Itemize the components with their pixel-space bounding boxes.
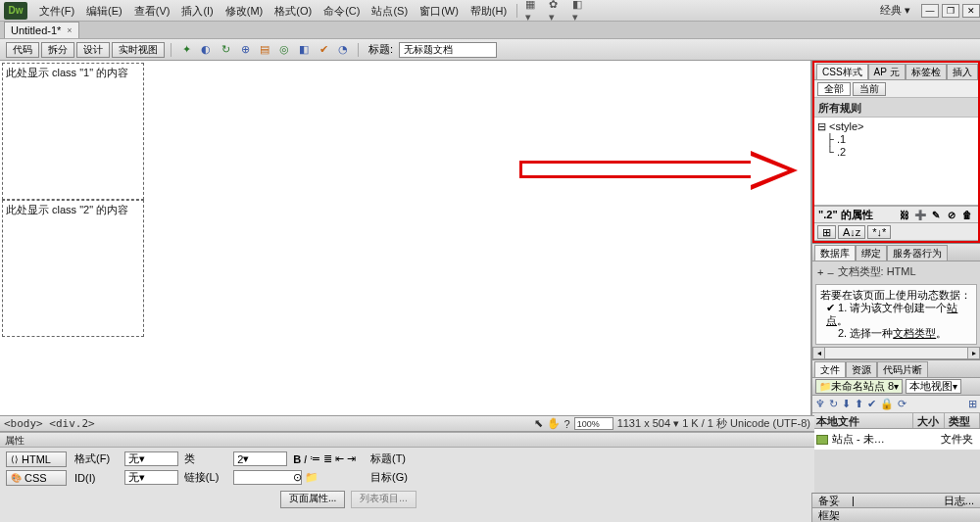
menu-format[interactable]: 格式(O) (269, 0, 318, 22)
extension-icon[interactable]: ✿ ▾ (549, 3, 564, 19)
app-frame-icon[interactable]: ◧ ▾ (572, 3, 588, 19)
tab-assets[interactable]: 资源 (846, 361, 877, 377)
delete-rule-icon[interactable]: 🗑 (960, 208, 974, 221)
disable-rule-icon[interactable]: ⊘ (945, 208, 958, 221)
tab-css-styles[interactable]: CSS样式 (816, 64, 868, 79)
props-html-tab[interactable]: ⟨⟩ HTML (6, 451, 67, 467)
file-list[interactable]: 站点 - 未… 文件夹 (812, 429, 980, 450)
tab-bindings[interactable]: 绑定 (856, 245, 887, 261)
menu-modify[interactable]: 修改(M) (220, 0, 270, 22)
view-live-button[interactable]: 实时视图 (112, 42, 165, 58)
connect-icon[interactable]: ♆ (815, 398, 825, 410)
view-code-button[interactable]: 代码 (6, 42, 39, 58)
file-row[interactable]: 站点 - 未… 文件夹 (814, 431, 978, 448)
outdent-icon[interactable]: ⇤ (335, 452, 344, 465)
class-select[interactable]: 2 ▾ (233, 451, 287, 466)
menu-edit[interactable]: 编辑(E) (80, 0, 128, 22)
db-add-button[interactable]: + (817, 266, 823, 278)
bold-button[interactable]: B (293, 453, 301, 465)
ol-icon[interactable]: ≣ (323, 452, 332, 465)
menu-site[interactable]: 站点(S) (366, 0, 414, 22)
scroll-left-icon[interactable]: ◂ (812, 347, 825, 359)
hand-tool-icon[interactable]: ✋ (547, 417, 561, 430)
tab-ap-elements[interactable]: AP 元 (868, 64, 906, 79)
menu-window[interactable]: 窗口(W) (414, 0, 465, 22)
window-minimize-button[interactable]: — (921, 4, 939, 18)
db-doctype-link[interactable]: 文档类型 (893, 327, 936, 339)
file-management-icon[interactable]: ▤ (257, 42, 272, 58)
select-tool-icon[interactable]: ⬉ (534, 417, 543, 430)
zoom-level[interactable]: 100% (574, 417, 613, 430)
link-input[interactable] (233, 470, 302, 485)
sort-category-icon[interactable]: ⊞ (817, 225, 836, 239)
db-remove-button[interactable]: – (827, 266, 833, 278)
put-files-icon[interactable]: ⬆ (855, 398, 863, 410)
menu-file[interactable]: 文件(F) (33, 0, 80, 22)
document-tab-close-icon[interactable]: × (67, 25, 72, 35)
new-rule-icon[interactable]: ➕ (913, 208, 927, 221)
checkout-icon[interactable]: ✔ (867, 398, 876, 410)
layout-grid-icon[interactable]: ▦ ▾ (525, 3, 541, 19)
get-files-icon[interactable]: ⬇ (842, 398, 851, 410)
css-tab-all[interactable]: 全部 (817, 82, 851, 96)
page-properties-button[interactable]: 页面属性... (280, 491, 345, 508)
window-restore-button[interactable]: ❐ (942, 4, 959, 18)
layout-div-1[interactable]: 此处显示 class "1" 的内容 (2, 63, 144, 200)
col-type[interactable]: 类型 (945, 413, 980, 428)
italic-button[interactable]: I (304, 453, 307, 465)
layout-div-2[interactable]: 此处显示 class "2" 的内容 (2, 200, 144, 337)
sort-az-button[interactable]: A↓z (838, 225, 865, 239)
menu-view[interactable]: 查看(V) (128, 0, 176, 22)
css-tab-current[interactable]: 当前 (853, 82, 886, 96)
sync-icon[interactable]: ⟳ (898, 398, 906, 410)
tab-files[interactable]: 文件 (814, 361, 846, 377)
db-hscroll[interactable]: ◂ ▸ (812, 347, 980, 359)
expand-panel-icon[interactable]: ⊞ (968, 398, 977, 410)
site-select[interactable]: 📁 未命名站点 8 ▾ (815, 379, 903, 394)
menu-insert[interactable]: 插入(I) (175, 0, 219, 22)
tag-selector[interactable]: <body> <div.2> (4, 417, 95, 430)
tab-server-behaviors[interactable]: 服务器行为 (887, 245, 948, 261)
tab-snippets[interactable]: 代码片断 (877, 361, 928, 377)
col-localfile[interactable]: 本地文件 (812, 413, 913, 428)
view-split-button[interactable]: 拆分 (41, 42, 74, 58)
checkin-icon[interactable]: 🔒 (880, 398, 894, 410)
view-design-button[interactable]: 设计 (76, 42, 110, 58)
sort-set-button[interactable]: *↓* (867, 225, 891, 239)
tab-database[interactable]: 数据库 (814, 245, 856, 261)
tab-sidebar[interactable]: 备妥 (812, 494, 846, 508)
design-canvas[interactable]: 此处显示 class "1" 的内容 此处显示 class "2" 的内容 (0, 61, 811, 415)
globe-icon[interactable]: ⊕ (237, 42, 253, 58)
zoom-tool-icon[interactable]: ? (564, 418, 570, 430)
id-select[interactable]: 无 ▾ (124, 470, 178, 485)
preview-browser-icon[interactable]: ◎ (276, 42, 292, 58)
col-size[interactable]: 大小 (913, 413, 945, 428)
view-select[interactable]: 本地视图 ▾ (906, 379, 961, 394)
tab-tag-inspector[interactable]: 标签检 (906, 64, 947, 79)
window-close-button[interactable]: ✕ (962, 4, 980, 18)
scroll-right-icon[interactable]: ▸ (967, 347, 980, 359)
browse-folder-icon[interactable]: 📁 (305, 471, 318, 484)
attach-stylesheet-icon[interactable]: ⛓ (898, 208, 911, 221)
page-title-input[interactable] (399, 42, 497, 58)
document-tab[interactable]: Untitled-1* × (4, 22, 79, 38)
ul-icon[interactable]: ≔ (310, 452, 320, 465)
tab-frames[interactable]: 框架 (812, 508, 846, 523)
check-page-icon[interactable]: ◔ (335, 42, 351, 58)
menu-commands[interactable]: 命令(C) (318, 0, 366, 22)
rule-class-2[interactable]: └ .2 (817, 146, 975, 159)
rule-class-1[interactable]: ├ .1 (817, 133, 975, 146)
menu-help[interactable]: 帮助(H) (465, 0, 513, 22)
visual-aids-icon[interactable]: ◧ (296, 42, 312, 58)
refresh-files-icon[interactable]: ↻ (829, 398, 838, 410)
live-code-icon[interactable]: ✦ (178, 42, 194, 58)
workspace-label[interactable]: 经典 ▾ (872, 3, 918, 18)
tab-log[interactable]: 日志... (938, 494, 980, 508)
inspect-icon[interactable]: ◐ (198, 42, 214, 58)
point-to-file-icon[interactable]: ⊙ (293, 471, 302, 484)
refresh-icon[interactable]: ↻ (218, 42, 233, 58)
edit-rule-icon[interactable]: ✎ (929, 208, 943, 221)
properties-header[interactable]: 属性 (0, 433, 814, 448)
validate-icon[interactable]: ✔ (316, 42, 331, 58)
css-rules-tree[interactable]: ⊟ <style> ├ .1 └ .2 (814, 118, 978, 206)
